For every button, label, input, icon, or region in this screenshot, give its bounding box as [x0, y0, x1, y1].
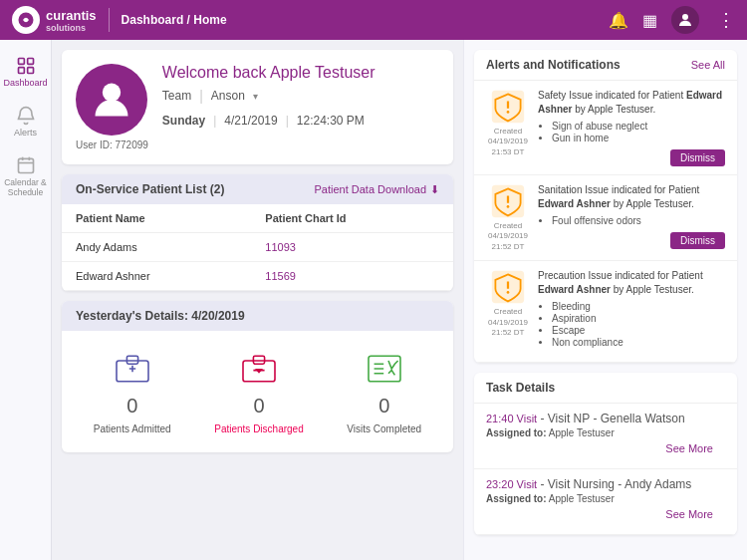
svg-rect-2 — [18, 59, 24, 65]
alert-safety-icon — [490, 89, 526, 125]
task-assigned: Assigned to: Apple Testuser — [486, 493, 725, 504]
alert-body: Sanitation Issue indicated for Patient E… — [538, 183, 725, 252]
col-patient-name: Patient Name — [62, 204, 251, 233]
date-value: 4/21/2019 — [224, 114, 277, 128]
logo-name: curantis — [46, 8, 97, 23]
time-value: 12:24:30 PM — [297, 114, 365, 128]
main-content: User ID: 772099 Welcome back Apple Testu… — [52, 40, 747, 560]
svg-point-30 — [507, 291, 510, 294]
svg-rect-18 — [369, 356, 400, 382]
date-divider: | — [213, 114, 216, 128]
more-options-icon[interactable]: ⋮ — [717, 9, 735, 31]
alert-item: Created 04/19/2019 21:52 DT Precaution I… — [474, 261, 737, 363]
logo: curantis solutions — [12, 6, 97, 34]
task-description: - Visit NP - Genella Watson — [537, 412, 685, 425]
download-link[interactable]: Patient Data Download ⬇ — [314, 183, 439, 196]
patient-name: Edward Ashner — [62, 262, 251, 291]
sidebar-label-dashboard: Dashboard — [3, 78, 47, 88]
datetime-row: Sunday | 4/21/2019 | 12:24:30 PM — [162, 114, 439, 128]
notification-bell-icon[interactable]: 🔔 — [609, 11, 628, 30]
user-avatar — [76, 64, 147, 136]
stat-discharged: 0 Patients Discharged — [214, 349, 304, 434]
yesterday-header: Yesterday's Details: 4/20/2019 — [62, 301, 453, 331]
chart-id[interactable]: 11569 — [251, 262, 453, 291]
alerts-header: Alerts and Notifications See All — [474, 50, 737, 81]
alert-text: Precaution Issue indicated for Patient E… — [538, 269, 725, 297]
patient-table: Patient Name Patient Chart Id Andy Adams… — [62, 204, 453, 291]
task-time: 23:20 Visit — [486, 478, 537, 490]
task-visit-time: 23:20 Visit - Visit Nursing - Andy Adams — [486, 477, 725, 491]
sidebar-label-calendar: Calendar &Schedule — [4, 177, 47, 197]
admitted-icon — [113, 349, 152, 389]
col-chart-id: Patient Chart Id — [251, 204, 453, 233]
visits-label: Visits Completed — [347, 423, 421, 434]
sidebar-item-calendar[interactable]: Calendar &Schedule — [0, 147, 51, 205]
sidebar: Dashboard Alerts Calendar &Schedule — [0, 40, 52, 560]
visits-count: 0 — [378, 395, 389, 418]
admitted-count: 0 — [126, 395, 137, 418]
right-panel: Alerts and Notifications See All — [463, 40, 747, 560]
alert-body: Safety Issue indicated for Patient Edwar… — [538, 89, 725, 166]
welcome-info: Welcome back Apple Testuser Team | Anson… — [162, 64, 439, 128]
team-name: Anson — [211, 89, 245, 103]
alert-bullets: Sign of abuse neglect Gun in home — [552, 121, 725, 143]
svg-point-24 — [507, 111, 510, 114]
table-row: Edward Ashner 11569 — [62, 262, 453, 291]
alert-icon-box: Created 04/19/2019 21:52 DT — [486, 183, 530, 252]
dismiss-button[interactable]: Dismiss — [670, 232, 725, 249]
svg-rect-3 — [27, 59, 33, 65]
sidebar-item-alerts[interactable]: Alerts — [0, 98, 51, 145]
task-time: 21:40 Visit — [486, 413, 537, 424]
alert-created: Created 04/19/2019 21:52 DT — [488, 307, 528, 338]
grid-icon[interactable]: ▦ — [642, 11, 657, 30]
alert-sanitation-icon — [490, 183, 526, 219]
sidebar-item-dashboard[interactable]: Dashboard — [0, 48, 51, 96]
chevron-down-icon[interactable]: ▾ — [253, 91, 258, 102]
stat-admitted: 0 Patients Admitted — [94, 349, 171, 434]
main-layout: Dashboard Alerts Calendar &Schedule — [0, 40, 747, 560]
yesterday-stats: 0 Patients Admitted 0 — [62, 331, 453, 452]
user-id: User ID: 772099 — [76, 140, 148, 150]
avatar[interactable] — [671, 6, 699, 34]
task-header: Task Details — [474, 373, 737, 404]
svg-rect-5 — [27, 68, 33, 74]
time-divider: | — [286, 114, 289, 128]
yesterday-card: Yesterday's Details: 4/20/2019 0 Pati — [62, 301, 453, 452]
table-row: Andy Adams 11093 — [62, 233, 453, 262]
alert-bullets: Bleeding Aspiration Escape Non complianc… — [552, 301, 725, 348]
alert-item: Created 04/19/2019 21:53 DT Safety Issue… — [474, 81, 737, 175]
breadcrumb-current: Home — [193, 13, 226, 27]
see-more-task-2[interactable]: See More — [486, 504, 725, 526]
breadcrumb: Dashboard / Home — [122, 13, 227, 27]
alert-text: Safety Issue indicated for Patient Edwar… — [538, 89, 725, 117]
nav-divider — [109, 8, 110, 32]
patient-name: Andy Adams — [62, 233, 251, 262]
visits-icon — [365, 349, 404, 389]
alert-icon-box: Created 04/19/2019 21:53 DT — [486, 89, 530, 166]
task-item: 23:20 Visit - Visit Nursing - Andy Adams… — [474, 469, 737, 535]
discharged-count: 0 — [253, 395, 264, 418]
logo-sub: solutions — [46, 23, 97, 33]
chart-id[interactable]: 11093 — [251, 233, 453, 262]
task-assigned: Assigned to: Apple Testuser — [486, 427, 725, 438]
alert-text: Sanitation Issue indicated for Patient E… — [538, 183, 725, 211]
welcome-greeting: Welcome back Apple Testuser — [162, 64, 439, 82]
avatar-section: User ID: 772099 — [76, 64, 148, 150]
alert-body: Precaution Issue indicated for Patient E… — [538, 269, 725, 354]
svg-rect-6 — [18, 158, 33, 172]
alert-created: Created 04/19/2019 21:53 DT — [488, 127, 528, 157]
see-more-task-1[interactable]: See More — [486, 438, 725, 460]
team-label: Team — [162, 89, 191, 103]
dismiss-button[interactable]: Dismiss — [670, 149, 725, 166]
day-label: Sunday — [162, 114, 205, 128]
alert-precaution-icon — [490, 269, 526, 305]
breadcrumb-pre: Dashboard / — [122, 13, 194, 27]
task-description: - Visit Nursing - Andy Adams — [537, 477, 691, 491]
top-navigation: curantis solutions Dashboard / Home 🔔 ▦ … — [0, 0, 747, 40]
admitted-label: Patients Admitted — [94, 423, 171, 434]
alert-created: Created 04/19/2019 21:52 DT — [488, 221, 528, 252]
see-all-alerts[interactable]: See All — [691, 59, 725, 71]
team-row: Team | Anson ▾ — [162, 88, 439, 104]
task-item: 21:40 Visit - Visit NP - Genella Watson … — [474, 404, 737, 469]
task-card: Task Details 21:40 Visit - Visit NP - Ge… — [474, 373, 737, 535]
